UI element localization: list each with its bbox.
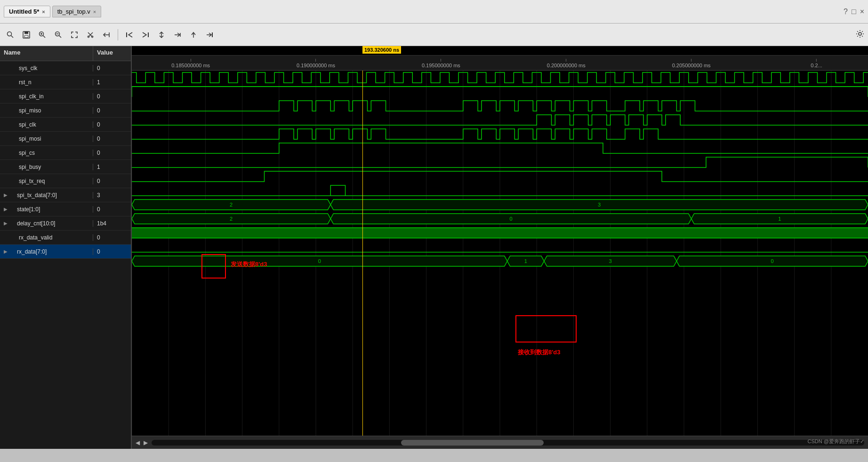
signal-row-delay_cnt_10_0_[interactable]: ▶ delay_cnt[10:0] 1b4 (0, 216, 131, 231)
cursor-time-label: 193.320600 ns (362, 46, 401, 54)
fit-button[interactable] (68, 28, 81, 41)
expand-arrow-11[interactable]: ▶ (4, 221, 8, 226)
col-name-header: Name (0, 46, 93, 61)
time-ruler: 0.185000000 ms0.190000000 ms0.195000000 … (132, 56, 868, 71)
signal-row-spi_tx_data_7_0_[interactable]: ▶ spi_tx_data[7:0] 3 (0, 188, 131, 202)
next-edge-button[interactable] (139, 28, 152, 41)
cursor-bar: 193.320600 ns (132, 46, 868, 56)
resize-button[interactable] (155, 28, 168, 41)
signal-value-1: 1 (93, 79, 131, 86)
title-bar: Untitled 5* × tb_spi_top.v × ? □ × (0, 0, 868, 24)
signal-value-2: 0 (93, 93, 131, 100)
signal-label-10: state[1:0] (17, 206, 40, 213)
signal-row-spi_cs[interactable]: spi_cs 0 (0, 146, 131, 160)
signal-value-0: 0 (93, 65, 131, 72)
signal-row-spi_miso[interactable]: spi_miso 0 (0, 104, 131, 118)
go-right-button[interactable] (171, 28, 184, 41)
help-button[interactable]: ? (844, 8, 848, 16)
signal-row-spi_busy[interactable]: spi_busy 1 (0, 160, 131, 174)
signal-row-spi_clk[interactable]: spi_clk 0 (0, 118, 131, 132)
time-tick-1: 0.190000000 ms (297, 59, 335, 68)
signal-name-2: spi_clk_in (0, 93, 93, 100)
cut-button[interactable] (84, 28, 97, 41)
signal-label-7: spi_busy (19, 164, 41, 170)
signal-label-9: spi_tx_data[7:0] (17, 192, 57, 199)
scroll-right-arrow[interactable]: ▶ (142, 438, 150, 448)
signal-name-13: ▶ rx_data[7:0] (0, 248, 93, 255)
signal-value-11: 1b4 (93, 220, 131, 227)
signal-value-13: 0 (93, 248, 131, 255)
signal-label-8: spi_tx_req (19, 178, 45, 184)
signal-name-0: sys_clk (0, 65, 93, 72)
time-tick-2: 0.195000000 ms (422, 59, 460, 68)
cursor-line (362, 71, 363, 436)
tab-close-untitled[interactable]: × (42, 9, 45, 15)
window-controls: ? □ × (844, 8, 864, 16)
watermark: CSDN @爱奔跑的虾子✓ (808, 438, 864, 445)
signal-name-11: ▶ delay_cnt[10:0] (0, 220, 93, 227)
col-value-header: Value (93, 46, 131, 61)
toolbar-sep-1 (118, 29, 118, 40)
prev-edge-button[interactable] (123, 28, 136, 41)
signal-value-8: 0 (93, 178, 131, 184)
signal-value-9: 3 (93, 192, 131, 199)
save-button[interactable] (20, 28, 33, 41)
signal-row-rx_data_7_0_[interactable]: ▶ rx_data[7:0] 0 (0, 245, 131, 259)
close-window-button[interactable]: × (860, 8, 864, 16)
signal-label-6: spi_cs (19, 150, 35, 156)
signal-row-state_1_0_[interactable]: ▶ state[1:0] 0 (0, 202, 131, 216)
signal-name-10: ▶ state[1:0] (0, 206, 93, 213)
expand-arrow-9[interactable]: ▶ (4, 192, 8, 198)
svg-rect-4 (24, 35, 28, 38)
waveform-canvas (132, 71, 868, 436)
tab-label-untitled: Untitled 5* (9, 8, 39, 15)
go-up-button[interactable] (187, 28, 200, 41)
signal-name-1: rst_n (0, 79, 93, 86)
signal-name-5: spi_mosi (0, 135, 93, 142)
signal-label-3: spi_miso (19, 107, 41, 114)
signal-label-4: spi_clk (19, 121, 36, 128)
expand-arrow-13[interactable]: ▶ (4, 249, 8, 254)
signal-label-5: spi_mosi (19, 135, 41, 142)
tab-file[interactable]: tb_spi_top.v × (52, 6, 102, 17)
signal-value-4: 0 (93, 121, 131, 128)
maximize-button[interactable]: □ (852, 8, 856, 16)
svg-point-26 (859, 32, 861, 35)
tab-close-file[interactable]: × (93, 9, 96, 15)
expand-arrow-10[interactable]: ▶ (4, 207, 8, 212)
time-tick-5: 0.2... (811, 59, 822, 68)
scrollbar-track[interactable] (152, 440, 864, 446)
signal-value-6: 0 (93, 150, 131, 156)
signal-row-sys_clk[interactable]: sys_clk 0 (0, 61, 131, 75)
tab-untitled[interactable]: Untitled 5* × (4, 6, 50, 17)
scrollbar-thumb[interactable] (401, 440, 544, 446)
signal-row-spi_clk_in[interactable]: spi_clk_in 0 (0, 89, 131, 104)
signal-row-rx_data_valid[interactable]: rx_data_valid 0 (0, 231, 131, 245)
zoom-in-button[interactable] (36, 28, 49, 41)
signal-name-8: spi_tx_req (0, 178, 93, 184)
signal-panel: Name Value sys_clk 0 rst_n 1 spi_clk_in … (0, 46, 132, 449)
signal-row-spi_tx_req[interactable]: spi_tx_req 0 (0, 174, 131, 188)
settings-button[interactable] (856, 30, 864, 40)
signal-row-spi_mosi[interactable]: spi_mosi 0 (0, 132, 131, 146)
signal-name-7: spi_busy (0, 164, 93, 170)
svg-rect-3 (24, 32, 28, 34)
main-area: Name Value sys_clk 0 rst_n 1 spi_clk_in … (0, 46, 868, 449)
go-end-button[interactable] (203, 28, 216, 41)
scrollbar-area: ◀ ▶ (132, 436, 868, 449)
zoom-out-button[interactable] (52, 28, 65, 41)
shift-left-button[interactable] (100, 28, 113, 41)
signal-name-3: spi_miso (0, 107, 93, 114)
signal-label-11: delay_cnt[10:0] (17, 220, 55, 227)
svg-point-0 (8, 32, 12, 36)
time-tick-4: 0.205000000 ms (672, 59, 711, 68)
waveform-area[interactable]: 193.320600 ns 0.185000000 ms0.190000000 … (132, 46, 868, 449)
signal-value-3: 0 (93, 107, 131, 114)
signal-value-10: 0 (93, 206, 131, 213)
search-button[interactable] (4, 28, 17, 41)
time-tick-0: 0.185000000 ms (171, 59, 210, 68)
scroll-left-arrow[interactable]: ◀ (134, 438, 142, 448)
signal-name-4: spi_clk (0, 121, 93, 128)
signal-label-12: rx_data_valid (19, 234, 52, 241)
signal-row-rst_n[interactable]: rst_n 1 (0, 75, 131, 89)
